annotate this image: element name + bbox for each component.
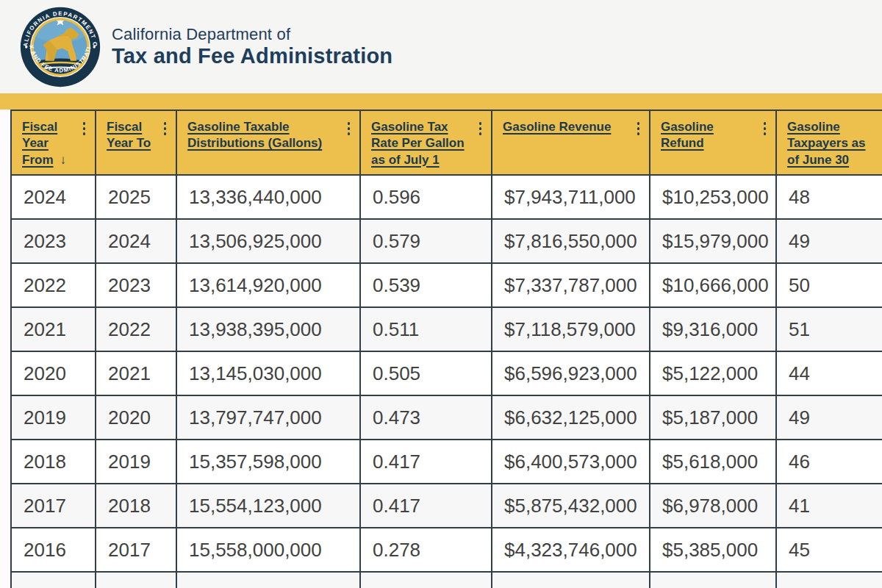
column-header-fiscal-year-from[interactable]: Fiscal Year From↓	[11, 110, 96, 175]
table-cell: 41	[776, 484, 882, 528]
table-cell: 2016	[11, 528, 96, 572]
table-cell: $5,122,000	[650, 351, 776, 395]
table-row: 2020202113,145,030,0000.505$6,596,923,00…	[11, 351, 882, 395]
column-menu-icon[interactable]	[762, 121, 768, 137]
table-cell: 0.473	[360, 395, 492, 440]
sort-descending-icon: ↓	[60, 152, 67, 168]
table-row-partial	[11, 572, 882, 588]
table-cell: $6,978,000	[650, 484, 776, 528]
table-cell: $5,618,000	[650, 440, 776, 484]
agency-title: California Department of Tax and Fee Adm…	[112, 0, 392, 69]
table-cell: 2022	[96, 307, 176, 351]
column-header-gasoline-taxable-distributions[interactable]: Gasoline Taxable Distributions (Gallons)	[176, 110, 360, 175]
column-header-gasoline-refund[interactable]: Gasoline Refund	[650, 110, 776, 175]
table-cell: $7,943,711,000	[492, 175, 650, 219]
table-cell: $5,385,000	[650, 528, 776, 572]
table-cell: 51	[776, 307, 882, 351]
column-header-label[interactable]: Gasoline Taxable Distributions (Gallons)	[187, 120, 322, 150]
agency-title-line1: California Department of	[112, 25, 392, 44]
table-row: 2021202213,938,395,0000.511$7,118,579,00…	[11, 307, 882, 351]
table-cell	[492, 572, 650, 588]
table-cell	[176, 572, 360, 588]
table-cell: 13,506,925,000	[176, 219, 360, 263]
table-cell: 49	[776, 395, 882, 440]
table-cell: 2021	[96, 351, 176, 395]
table-row: 2019202013,797,747,0000.473$6,632,125,00…	[11, 395, 882, 440]
table-cell: 2017	[11, 484, 96, 528]
table-cell: 44	[776, 351, 882, 395]
table-cell: 45	[776, 528, 882, 572]
column-menu-icon[interactable]	[478, 121, 484, 137]
table-row: 2018201915,357,598,0000.417$6,400,573,00…	[11, 440, 882, 484]
table-cell: 2025	[96, 175, 176, 219]
table-body: 2024202513,336,440,0000.596$7,943,711,00…	[11, 175, 882, 588]
column-header-label[interactable]: Gasoline Revenue	[503, 120, 611, 134]
app-header: CALIFORNIA DEPARTMENT OF TAX AND FEE ADM…	[0, 0, 882, 93]
table-cell: 0.596	[360, 175, 492, 219]
table-row: 2016201715,558,000,0000.278$4,323,746,00…	[11, 528, 882, 572]
table-cell: 2021	[11, 307, 96, 351]
table-cell: 0.417	[360, 440, 492, 484]
table-cell: $15,979,000	[650, 219, 776, 263]
table-cell: $6,632,125,000	[492, 395, 650, 440]
table-cell: 13,145,030,000	[176, 351, 360, 395]
table-cell: $5,187,000	[650, 395, 776, 440]
table-cell	[96, 572, 176, 588]
table-cell: $6,596,923,000	[492, 351, 650, 395]
table-viewport: Fiscal Year From↓ Fiscal Year To Gasolin…	[0, 110, 882, 588]
column-menu-icon[interactable]	[162, 121, 168, 137]
table-cell: 15,558,000,000	[176, 528, 360, 572]
table-cell: 2018	[96, 484, 176, 528]
table-cell: $10,666,000	[650, 263, 776, 307]
table-cell: 2023	[11, 219, 96, 263]
table-cell: 0.579	[360, 219, 492, 263]
table-header-row: Fiscal Year From↓ Fiscal Year To Gasolin…	[11, 110, 882, 175]
table-cell: $7,337,787,000	[492, 263, 650, 307]
table-cell: $9,316,000	[650, 307, 776, 351]
table-row: 2024202513,336,440,0000.596$7,943,711,00…	[11, 175, 882, 219]
column-header-fiscal-year-to[interactable]: Fiscal Year To	[96, 110, 176, 175]
table-cell: 13,336,440,000	[176, 175, 360, 219]
table-cell: 2019	[96, 440, 176, 484]
table-cell	[11, 572, 96, 588]
column-header-gasoline-tax-rate[interactable]: Gasoline Tax Rate Per Gallon as of July …	[360, 110, 492, 175]
table-cell: 2023	[96, 263, 176, 307]
table-cell: $7,816,550,000	[492, 219, 650, 263]
table-cell: 0.511	[360, 307, 492, 351]
column-header-gasoline-taxpayers[interactable]: Gasoline Taxpayers as of June 30	[776, 110, 882, 175]
table-cell	[776, 572, 882, 588]
table-cell: $4,323,746,000	[492, 528, 650, 572]
table-cell: $10,253,000	[650, 175, 776, 219]
column-header-label[interactable]: Fiscal Year To	[107, 120, 151, 150]
column-header-label[interactable]: Gasoline Tax Rate Per Gallon as of July …	[371, 120, 465, 167]
column-menu-icon[interactable]	[636, 121, 642, 137]
table-cell: 0.417	[360, 484, 492, 528]
table-cell	[360, 572, 492, 588]
table-row: 2022202313,614,920,0000.539$7,337,787,00…	[11, 263, 882, 307]
table-cell: 2019	[11, 395, 96, 440]
column-header-label[interactable]: Gasoline Refund	[661, 120, 714, 150]
table-cell: 2020	[11, 351, 96, 395]
accent-band	[0, 93, 882, 110]
table-cell: 2024	[96, 219, 176, 263]
table-cell: 13,938,395,000	[176, 307, 360, 351]
column-header-label[interactable]: Fiscal Year From	[22, 120, 57, 167]
page: CALIFORNIA DEPARTMENT OF TAX AND FEE ADM…	[0, 0, 882, 588]
table-cell: 50	[776, 263, 882, 307]
table-cell: 49	[776, 219, 882, 263]
column-header-gasoline-revenue[interactable]: Gasoline Revenue	[492, 110, 650, 175]
table-cell: 0.505	[360, 351, 492, 395]
column-menu-icon[interactable]	[82, 121, 87, 137]
column-header-label[interactable]: Gasoline Taxpayers as of June 30	[787, 120, 865, 167]
table-row: 2023202413,506,925,0000.579$7,816,550,00…	[11, 219, 882, 263]
table-cell: 0.278	[360, 528, 492, 572]
table-cell: 2024	[11, 175, 96, 219]
cdtfa-seal-logo[interactable]: CALIFORNIA DEPARTMENT OF TAX AND FEE ADM…	[19, 6, 101, 88]
table-cell: 0.539	[360, 263, 492, 307]
table-cell: 2020	[96, 395, 176, 440]
table-cell: $5,875,432,000	[492, 484, 650, 528]
table-cell: 15,357,598,000	[176, 440, 360, 484]
column-menu-icon[interactable]	[346, 121, 352, 137]
agency-title-line2: Tax and Fee Administration	[112, 44, 392, 68]
table-cell	[650, 572, 776, 588]
